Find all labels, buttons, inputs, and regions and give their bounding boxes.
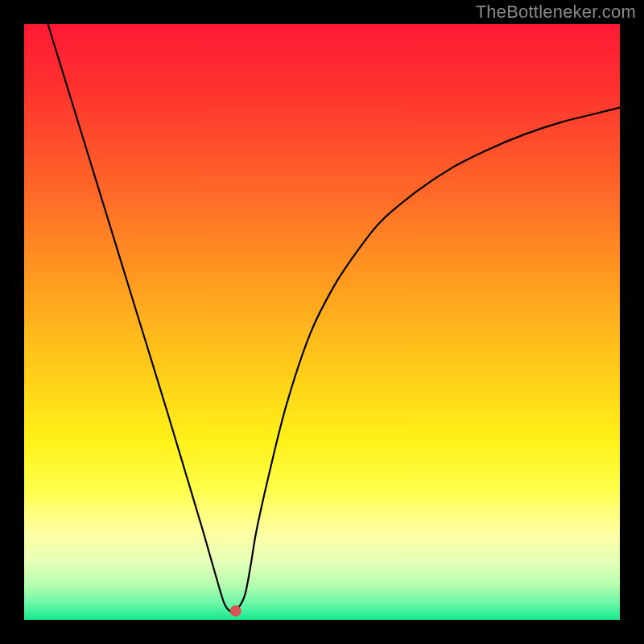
bottleneck-chart (0, 0, 644, 644)
chart-container: TheBottleneker.com (0, 0, 644, 644)
watermark-text: TheBottleneker.com (476, 2, 636, 23)
optimal-marker (230, 605, 242, 617)
plot-background (24, 24, 620, 620)
